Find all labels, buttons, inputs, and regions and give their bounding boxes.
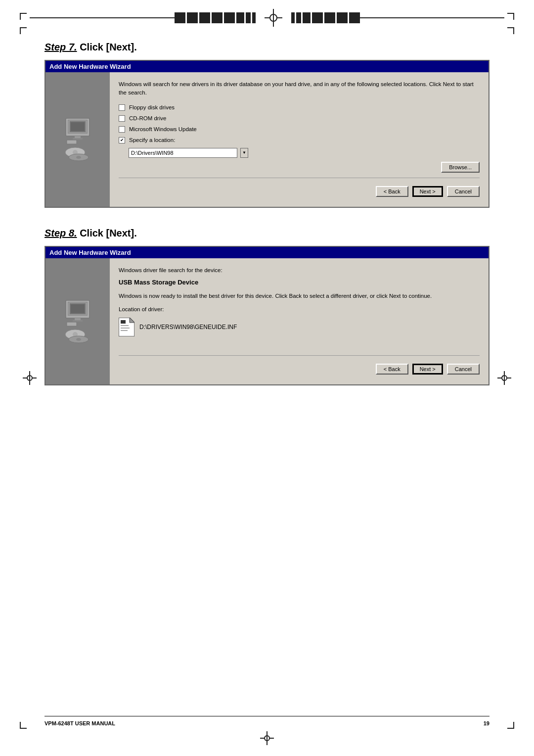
block	[296, 12, 301, 23]
svg-marker-25	[130, 318, 134, 323]
step8-driver-path: D:\DRIVERS\WIN98\GENEUIDE.INF	[139, 324, 237, 331]
step8-computer-icon	[62, 299, 94, 327]
block	[175, 12, 185, 23]
block	[324, 12, 335, 23]
block	[252, 12, 256, 23]
step8-next-button[interactable]: Next >	[412, 364, 443, 375]
step8-wizard-titlebar: Add New Hardware Wizard	[45, 247, 489, 258]
step8-driver-location: D:\DRIVERS\WIN98\GENEUIDE.INF	[119, 318, 480, 336]
step7-nav-buttons: < Back Next > Cancel	[119, 182, 480, 200]
step8-divider	[119, 355, 480, 356]
winupdate-label: Microsoft Windows Update	[129, 126, 197, 132]
border-line-left	[30, 17, 175, 18]
step7-divider	[119, 178, 480, 178]
crosshair-circle	[269, 14, 277, 22]
step7-wizard-main: Windows will search for new drivers in i…	[110, 72, 489, 207]
step8-description-bottom: Windows is now ready to install the best…	[119, 292, 480, 300]
left-crosshair	[14, 371, 45, 385]
registration-mark-bottom-right	[504, 719, 514, 729]
inf-file-icon	[119, 318, 134, 336]
step8-description-top: Windows driver file search for the devic…	[119, 266, 480, 275]
center-crosshair	[265, 9, 282, 27]
page-footer: VPM-6248T USER MANUAL 19	[44, 716, 490, 726]
footer-manual-name: VPM-6248T USER MANUAL	[44, 720, 115, 726]
step8-wizard-dialog: Add New Hardware Wizard	[44, 246, 490, 386]
block	[212, 12, 222, 23]
location-input[interactable]	[129, 148, 237, 158]
step8-wizard-body: Windows driver file search for the devic…	[45, 258, 489, 385]
block	[187, 12, 198, 23]
step7-wizard-body: Windows will search for new drivers in i…	[45, 72, 489, 207]
block	[291, 12, 295, 23]
dropdown-arrow[interactable]: ▼	[240, 148, 248, 158]
step8-device-name: USB Mass Storage Device	[119, 279, 480, 286]
step7-heading: Step 7. Click [Next].	[44, 42, 490, 53]
step7-wizard-dialog: Add New Hardware Wizard	[44, 60, 490, 208]
step7-wizard-titlebar: Add New Hardware Wizard	[45, 61, 489, 72]
step7-checkbox-winupdate[interactable]: Microsoft Windows Update	[119, 126, 480, 133]
step7-back-button[interactable]: < Back	[376, 186, 408, 197]
registration-mark-bottom-left	[20, 719, 30, 729]
top-border	[0, 0, 534, 27]
specify-label: Specify a location:	[129, 137, 175, 143]
specify-checkbox[interactable]	[119, 137, 125, 143]
corner-mark-top-left	[20, 13, 30, 23]
svg-rect-3	[75, 136, 81, 138]
page-content: Step 7. Click [Next]. Add New Hardware W…	[0, 27, 534, 425]
block	[236, 12, 244, 23]
svg-rect-15	[75, 318, 81, 320]
block	[199, 12, 210, 23]
step7-description: Windows will search for new drivers in i…	[119, 80, 480, 97]
svg-rect-18	[71, 304, 85, 313]
winupdate-checkbox[interactable]	[119, 126, 125, 133]
step8-wizard-main: Windows driver file search for the devic…	[110, 258, 489, 385]
block	[337, 12, 348, 23]
step8-cancel-button[interactable]: Cancel	[447, 364, 480, 375]
border-blocks-left	[175, 12, 256, 23]
block	[303, 12, 311, 23]
svg-rect-6	[71, 122, 85, 131]
step8-disk-icons	[63, 329, 92, 343]
disk-icons	[63, 146, 92, 161]
block	[312, 12, 323, 23]
browse-button[interactable]: Browse...	[441, 162, 480, 173]
svg-rect-16	[73, 320, 83, 322]
border-blocks-right	[291, 12, 360, 23]
step7-location-row: ▼	[129, 148, 480, 158]
step8-wizard-sidebar	[45, 258, 110, 385]
bottom-crosshair	[251, 731, 283, 745]
svg-rect-4	[73, 138, 83, 140]
svg-point-23	[76, 338, 81, 341]
floppy-checkbox[interactable]	[119, 104, 125, 111]
svg-marker-29	[121, 320, 126, 324]
cdrom-label: CD-ROM drive	[129, 115, 166, 121]
step8-heading: Step 8. Click [Next].	[44, 228, 490, 239]
block	[349, 12, 360, 23]
step8-location-label: Location of driver:	[119, 305, 480, 314]
right-crosshair	[489, 371, 520, 385]
step7-checkbox-floppy[interactable]: Floppy disk drives	[119, 104, 480, 111]
step8-nav-buttons: < Back Next > Cancel	[119, 360, 480, 378]
svg-rect-7	[67, 140, 77, 144]
step7-next-button[interactable]: Next >	[412, 186, 443, 197]
corner-mark-top-right	[504, 13, 514, 23]
step7-checkbox-specify[interactable]: Specify a location:	[119, 137, 480, 143]
step7-wizard-sidebar	[45, 72, 110, 207]
computer-icon	[62, 117, 94, 144]
block	[224, 12, 235, 23]
block	[246, 12, 251, 23]
step7-cancel-button[interactable]: Cancel	[447, 186, 480, 197]
step7-browse-row: Browse...	[119, 162, 480, 173]
step8-back-button[interactable]: < Back	[376, 364, 408, 375]
wizard-icon-stack	[62, 117, 94, 161]
border-line-right	[360, 17, 505, 18]
svg-rect-19	[67, 322, 77, 326]
cdrom-checkbox[interactable]	[119, 115, 125, 122]
registration-mark-top-left	[20, 27, 30, 37]
floppy-label: Floppy disk drives	[129, 104, 175, 110]
svg-point-11	[76, 156, 81, 159]
footer-page-number: 19	[484, 720, 490, 726]
step8-wizard-icon-stack	[62, 299, 94, 343]
step7-checkbox-cdrom[interactable]: CD-ROM drive	[119, 115, 480, 122]
registration-mark-top-right	[504, 27, 514, 37]
